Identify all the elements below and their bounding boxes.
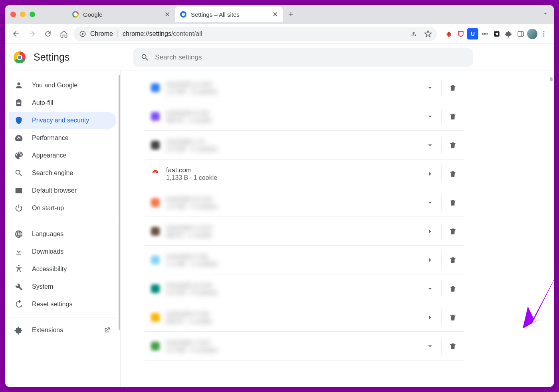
delete-button[interactable]	[442, 191, 464, 214]
site-meta: 1.2 KB · 3 cookies	[166, 88, 419, 95]
site-row[interactable]: example-d.com1.5 KB · 4 cookies	[145, 188, 464, 217]
side-panel-icon[interactable]	[515, 28, 526, 39]
site-favicon-icon	[151, 198, 166, 207]
svg-marker-8	[523, 247, 554, 329]
sidebar-item-label: Auto-fill	[32, 99, 53, 106]
expand-button[interactable]	[419, 249, 441, 271]
expand-button[interactable]	[419, 134, 441, 156]
reload-button[interactable]	[42, 28, 54, 40]
bookmark-button[interactable]	[422, 28, 434, 40]
expand-button[interactable]	[419, 191, 441, 214]
site-row[interactable]: example-h.net600 B · 1 cookie	[145, 303, 464, 332]
sidebar-item-languages[interactable]: Languages	[9, 225, 116, 243]
sidebar-item-privacy-security[interactable]: Privacy and security	[9, 112, 116, 129]
extensions-menu-icon[interactable]	[503, 28, 514, 39]
sidebar-item-reset[interactable]: Reset settings	[9, 295, 116, 313]
window-minimize-button[interactable]	[20, 12, 26, 17]
settings-favicon-icon	[180, 11, 187, 18]
expand-button[interactable]	[419, 163, 441, 185]
site-favicon-icon	[151, 256, 166, 264]
site-list: example-a.com1.2 KB · 3 cookiesexample-b…	[145, 73, 464, 360]
site-row[interactable]: example-i.com2.2 KB · 3 cookies	[145, 332, 464, 360]
extension-icon[interactable]: U	[467, 28, 478, 39]
sidebar-item-on-startup[interactable]: On start-up	[9, 199, 116, 217]
url-scheme-label: Chrome	[90, 30, 113, 37]
search-input[interactable]	[155, 53, 466, 61]
delete-button[interactable]	[442, 163, 464, 185]
delete-button[interactable]	[442, 220, 464, 242]
expand-button[interactable]	[419, 105, 441, 128]
sidebar-item-you-and-google[interactable]: You and Google	[9, 77, 116, 94]
site-row[interactable]: example-g.com3.4 KB · 5 cookies	[145, 274, 464, 303]
profile-avatar[interactable]	[527, 29, 537, 39]
delete-button[interactable]	[442, 77, 464, 99]
sidebar-item-appearance[interactable]: Appearance	[9, 147, 116, 164]
page-scrollbar-thumb[interactable]	[550, 77, 553, 81]
accessibility-icon	[14, 265, 23, 274]
site-row[interactable]: example-a.com1.2 KB · 3 cookies	[145, 73, 464, 102]
site-domain: example-h.net	[166, 310, 419, 318]
site-info: example-i.com2.2 KB · 3 cookies	[166, 339, 419, 354]
expand-button[interactable]	[419, 306, 441, 329]
window-close-button[interactable]	[10, 12, 16, 17]
svg-rect-3	[518, 32, 523, 36]
share-button[interactable]	[407, 28, 420, 40]
site-row[interactable]: example-b.net900 B · 1 cookie	[145, 102, 464, 131]
delete-button[interactable]	[442, 278, 464, 300]
divider	[9, 221, 116, 221]
sidebar-item-performance[interactable]: Performance	[9, 129, 116, 147]
back-button[interactable]	[10, 28, 22, 40]
expand-button[interactable]	[419, 278, 441, 300]
site-favicon-icon	[151, 313, 166, 322]
site-meta: 1.1 KB · 2 cookies	[166, 260, 419, 268]
delete-button[interactable]	[442, 306, 464, 329]
tabs-dropdown-icon[interactable]	[542, 10, 549, 18]
delete-button[interactable]	[442, 335, 464, 357]
new-tab-button[interactable]: +	[288, 9, 293, 20]
tab-close-icon[interactable]: ✕	[165, 10, 170, 19]
sidebar-item-search-engine[interactable]: Search engine	[9, 164, 116, 182]
svg-point-5	[543, 31, 545, 32]
site-info: example-b.net900 B · 1 cookie	[166, 109, 419, 124]
sidebar-item-downloads[interactable]: Downloads	[9, 243, 116, 260]
expand-button[interactable]	[419, 220, 441, 242]
extension-icon[interactable]	[455, 28, 466, 39]
sidebar-item-label: Performance	[32, 134, 69, 142]
sidebar-item-accessibility[interactable]: Accessibility	[9, 260, 116, 278]
site-row[interactable]: example-c.io2.0 KB · 2 cookies	[145, 131, 464, 160]
site-info-icon[interactable]	[79, 30, 86, 37]
site-row[interactable]: example-f.org1.1 KB · 2 cookies	[145, 246, 464, 274]
delete-button[interactable]	[442, 105, 464, 128]
extension-icon[interactable]: 👓	[479, 28, 490, 39]
tab-settings[interactable]: Settings – All sites ✕	[175, 6, 283, 22]
chrome-menu-button[interactable]	[538, 28, 549, 39]
window-maximize-button[interactable]	[30, 12, 35, 17]
settings-search[interactable]	[133, 48, 473, 67]
tab-close-icon[interactable]: ✕	[272, 10, 278, 19]
site-row[interactable]: fast.com1,133 B · 1 cookie	[145, 160, 464, 188]
sidebar-item-autofill[interactable]: Auto-fill	[9, 94, 116, 112]
forward-button[interactable]	[26, 28, 38, 40]
extension-icon[interactable]: ◉	[443, 28, 454, 39]
home-button[interactable]	[57, 28, 70, 40]
tab-google[interactable]: Google ✕	[67, 6, 175, 22]
external-link-icon	[103, 327, 111, 334]
delete-button[interactable]	[442, 249, 464, 271]
site-domain: example-e.com	[166, 224, 419, 232]
restore-icon	[14, 300, 23, 309]
address-bar[interactable]: Chrome | chrome://settings/content/all	[73, 27, 437, 41]
expand-button[interactable]	[419, 77, 441, 99]
delete-button[interactable]	[442, 134, 464, 156]
site-row[interactable]: example-e.com800 B · 1 cookie	[145, 217, 464, 246]
tab-strip: Google ✕ Settings – All sites ✕ +	[5, 5, 554, 24]
svg-point-7	[543, 35, 545, 36]
sidebar-item-extensions[interactable]: Extensions	[9, 321, 116, 339]
window-controls	[10, 12, 35, 17]
site-meta: 900 B · 1 cookie	[166, 117, 419, 124]
sidebar-item-system[interactable]: System	[9, 278, 116, 295]
site-meta: 600 B · 1 cookie	[166, 318, 419, 325]
sidebar-item-default-browser[interactable]: Default browser	[9, 182, 116, 199]
extension-icon[interactable]	[491, 28, 502, 39]
site-favicon-icon	[151, 227, 166, 236]
expand-button[interactable]	[419, 335, 441, 357]
